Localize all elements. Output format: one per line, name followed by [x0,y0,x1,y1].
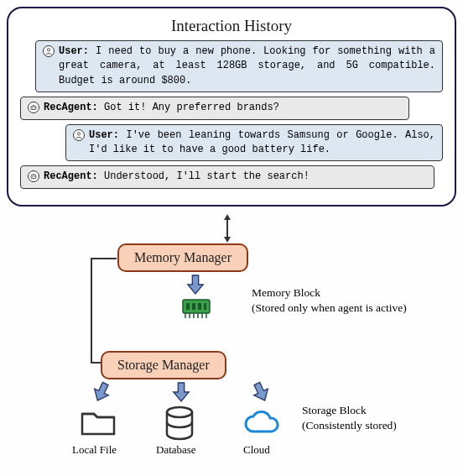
message-user-1: User: I need to buy a new phone. Looking… [35,40,443,92]
message-text: User: I've been leaning towards Samsung … [89,128,435,158]
interaction-history-panel: Interaction History User: I need to buy … [7,7,456,207]
memory-chip-icon [181,298,211,323]
arrow-down-icon [172,381,190,403]
message-user-2: User: I've been leaning towards Samsung … [65,124,443,162]
message-text: RecAgent: Got it! Any preferred brands? [44,101,402,115]
message-agent-2: RecAgent: Understood, I'll start the sea… [20,165,434,188]
svg-point-8 [34,176,35,177]
storage-manager-node: Storage Manager [101,351,226,379]
cloud-label: Cloud [243,443,270,457]
svg-rect-14 [198,303,201,310]
arrow-down-icon [224,237,231,243]
folder-icon [79,405,117,442]
user-icon [43,45,55,57]
svg-point-0 [47,49,49,51]
svg-point-5 [77,132,80,134]
user-icon [73,129,85,141]
svg-point-7 [32,176,33,177]
message-text: RecAgent: Understood, I'll start the sea… [44,170,427,184]
svg-rect-6 [31,175,36,179]
svg-rect-15 [204,303,206,310]
svg-rect-13 [192,303,195,310]
svg-point-3 [34,107,35,108]
storage-block-label: Storage Block (Consistently stored) [302,403,397,433]
history-title: Interaction History [20,17,443,35]
message-agent-1: RecAgent: Got it! Any preferred brands? [20,97,409,119]
arrow-down-icon [248,379,274,406]
arrow-down-icon [89,379,115,406]
local-file-label: Local File [72,443,117,457]
memory-manager-node: Memory Manager [117,243,248,272]
message-text: User: I need to buy a new phone. Looking… [59,44,435,88]
svg-rect-1 [31,107,36,110]
svg-point-2 [32,107,33,108]
bot-icon [28,170,39,182]
svg-rect-12 [186,303,190,310]
arrow-down-icon [186,274,205,296]
cloud-icon [242,408,280,440]
database-icon [163,405,196,444]
connector-path [88,255,122,364]
bot-icon [28,102,39,113]
memory-block-label: Memory Block (Stored only when agent is … [252,285,407,316]
svg-point-22 [167,407,192,417]
database-label: Database [156,443,196,457]
